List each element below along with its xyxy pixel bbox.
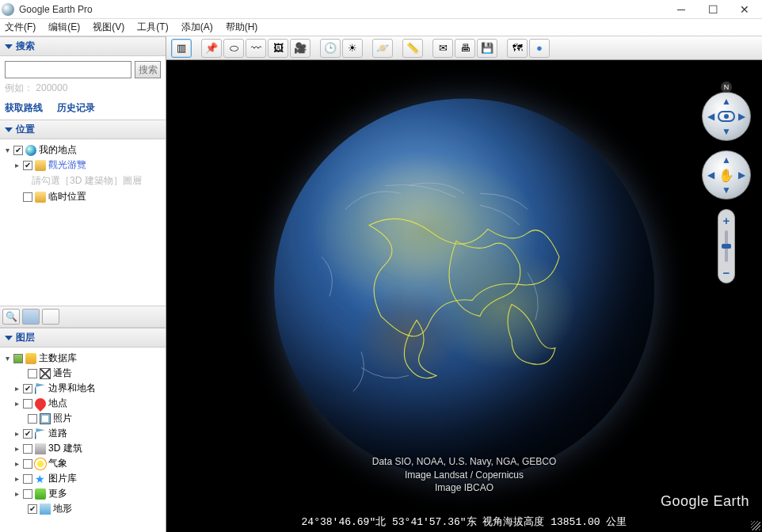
road-icon bbox=[35, 428, 46, 439]
places-panel-header[interactable]: 位置 bbox=[0, 120, 166, 139]
expand-icon[interactable]: ▸ bbox=[13, 474, 21, 483]
get-directions-link[interactable]: 获取路线 bbox=[5, 101, 43, 115]
checkbox[interactable] bbox=[23, 474, 32, 484]
expand-icon[interactable]: ▸ bbox=[13, 429, 21, 438]
arrow-left-icon[interactable]: ◀ bbox=[707, 111, 714, 122]
layer-item[interactable]: 边界和地名 bbox=[48, 382, 96, 395]
close-button[interactable]: ✕ bbox=[729, 0, 760, 19]
checkbox[interactable] bbox=[23, 384, 32, 393]
north-indicator[interactable]: N bbox=[721, 82, 732, 93]
map-viewer[interactable]: ▥ 📌 ⬭ 〰 🖼 🎥 🕒 ☀ 🪐 📏 ✉ 🖶 💾 🗺 ● bbox=[166, 36, 762, 532]
panel-button-2[interactable] bbox=[42, 309, 59, 325]
menu-file[interactable]: 文件(F) bbox=[5, 21, 36, 34]
zoom-in-button[interactable]: + bbox=[719, 213, 733, 227]
minimize-button[interactable]: ─ bbox=[665, 0, 697, 19]
placemark-button[interactable]: 📌 bbox=[201, 39, 222, 58]
history-button[interactable]: 🕒 bbox=[320, 39, 341, 58]
arrow-right-icon[interactable]: ▶ bbox=[738, 169, 745, 180]
places-header-label: 位置 bbox=[16, 123, 35, 136]
expand-icon[interactable]: ▸ bbox=[13, 444, 21, 453]
arrow-right-icon[interactable]: ▶ bbox=[738, 111, 745, 122]
expand-icon[interactable]: ▸ bbox=[13, 399, 21, 408]
checkbox[interactable] bbox=[23, 459, 32, 469]
menu-edit[interactable]: 编辑(E) bbox=[48, 21, 80, 34]
menu-add[interactable]: 添加(A) bbox=[181, 21, 213, 34]
window-title: Google Earth Pro bbox=[19, 4, 665, 15]
history-link[interactable]: 历史记录 bbox=[57, 101, 95, 115]
layer-item[interactable]: 气象 bbox=[48, 457, 67, 470]
expand-icon[interactable]: ▾ bbox=[3, 354, 11, 363]
expand-icon[interactable]: ▾ bbox=[3, 146, 11, 154]
layer-item[interactable]: 地形 bbox=[53, 502, 72, 515]
checkbox[interactable] bbox=[28, 504, 37, 514]
ruler-button[interactable]: 📏 bbox=[402, 39, 423, 58]
resize-grip[interactable] bbox=[751, 521, 760, 530]
email-button[interactable]: ✉ bbox=[432, 39, 453, 58]
folder-icon bbox=[35, 160, 46, 171]
earth-globe[interactable] bbox=[274, 98, 654, 478]
menu-view[interactable]: 视图(V) bbox=[93, 21, 124, 34]
layers-panel-header[interactable]: 图层 bbox=[0, 328, 166, 348]
sidebar-toggle-button[interactable]: ▥ bbox=[171, 39, 192, 58]
search-button[interactable]: 搜索 bbox=[135, 61, 161, 78]
imagery-attribution: Data SIO, NOAA, U.S. Navy, NGA, GEBCO Im… bbox=[372, 455, 557, 494]
expand-icon[interactable]: ▸ bbox=[13, 489, 21, 498]
polygon-button[interactable]: ⬭ bbox=[223, 39, 244, 58]
primary-db-item[interactable]: 主数据库 bbox=[39, 352, 77, 365]
layer-item[interactable]: 3D 建筑 bbox=[48, 442, 82, 455]
places-tree: ▾我的地点 ▸觀光游覽 請勾選［3D 建築物］圖層 临时位置 bbox=[0, 139, 166, 306]
checkbox[interactable] bbox=[28, 414, 37, 424]
checkbox[interactable] bbox=[13, 146, 23, 155]
zoom-out-button[interactable]: − bbox=[719, 265, 733, 279]
expand-icon[interactable]: ▸ bbox=[13, 384, 21, 393]
pan-control[interactable]: ▲ ▼ ◀ ▶ ✋ bbox=[702, 150, 751, 200]
arrow-left-icon[interactable]: ◀ bbox=[707, 169, 714, 180]
sightseeing-item[interactable]: 觀光游覽 bbox=[48, 158, 86, 172]
layer-item[interactable]: 图片库 bbox=[48, 472, 77, 485]
maximize-button[interactable]: ☐ bbox=[697, 0, 729, 19]
view-maps-button[interactable]: 🗺 bbox=[507, 39, 528, 58]
temp-places-item[interactable]: 临时位置 bbox=[48, 190, 86, 203]
save-image-button[interactable]: 💾 bbox=[477, 39, 497, 58]
path-button[interactable]: 〰 bbox=[246, 39, 266, 58]
viewer-toolbar: ▥ 📌 ⬭ 〰 🖼 🎥 🕒 ☀ 🪐 📏 ✉ 🖶 💾 🗺 ● bbox=[166, 36, 762, 60]
arrow-up-icon[interactable]: ▲ bbox=[722, 96, 731, 107]
hand-icon: ✋ bbox=[718, 168, 734, 183]
my-places-item[interactable]: 我的地点 bbox=[39, 143, 77, 157]
expand-icon[interactable]: ▸ bbox=[13, 459, 21, 468]
menu-tools[interactable]: 工具(T) bbox=[137, 21, 168, 34]
layer-item[interactable]: 道路 bbox=[48, 427, 67, 440]
checkbox[interactable] bbox=[23, 161, 32, 170]
panel-button-1[interactable] bbox=[22, 309, 40, 325]
layer-item[interactable]: 地点 bbox=[48, 397, 67, 410]
collapse-icon bbox=[5, 44, 13, 49]
checkbox[interactable] bbox=[23, 192, 32, 202]
search-places-button[interactable]: 🔍 bbox=[2, 309, 20, 325]
menu-help[interactable]: 帮助(H) bbox=[226, 21, 258, 34]
folder-icon bbox=[35, 192, 46, 203]
layer-item[interactable]: 通告 bbox=[53, 367, 72, 380]
search-panel-header[interactable]: 搜索 bbox=[0, 36, 166, 56]
checkbox[interactable] bbox=[23, 399, 32, 408]
record-tour-button[interactable]: 🎥 bbox=[290, 39, 311, 58]
checkbox[interactable] bbox=[23, 444, 32, 454]
arrow-down-icon[interactable]: ▼ bbox=[722, 126, 731, 137]
layer-item[interactable]: 更多 bbox=[48, 487, 67, 500]
expand-icon[interactable]: ▸ bbox=[13, 161, 21, 169]
zoom-track[interactable] bbox=[725, 230, 728, 262]
arrow-up-icon[interactable]: ▲ bbox=[722, 154, 731, 165]
checkbox[interactable] bbox=[23, 489, 32, 499]
layer-item[interactable]: 照片 bbox=[53, 412, 72, 425]
planet-button[interactable]: 🪐 bbox=[372, 39, 393, 58]
image-overlay-button[interactable]: 🖼 bbox=[268, 39, 288, 58]
checkbox[interactable] bbox=[13, 354, 23, 363]
zoom-slider[interactable]: + − bbox=[718, 209, 735, 283]
print-button[interactable]: 🖶 bbox=[455, 39, 475, 58]
search-input[interactable] bbox=[5, 61, 131, 78]
checkbox[interactable] bbox=[28, 369, 37, 378]
arrow-down-icon[interactable]: ▼ bbox=[722, 184, 731, 196]
look-compass[interactable]: N ▲ ▼ ◀ ▶ bbox=[702, 92, 751, 141]
sphere-button[interactable]: ● bbox=[529, 39, 550, 58]
checkbox[interactable] bbox=[23, 429, 32, 439]
sunlight-button[interactable]: ☀ bbox=[342, 39, 363, 58]
